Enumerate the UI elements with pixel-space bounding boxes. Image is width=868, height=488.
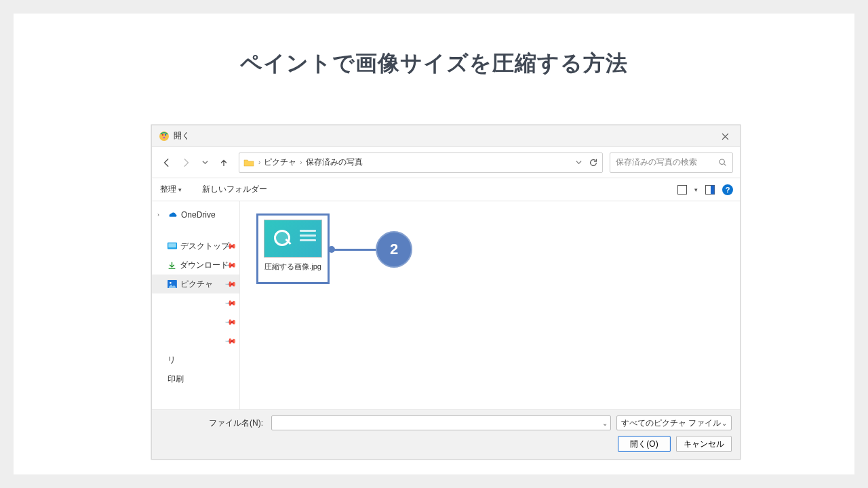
pin-icon: 📌 (224, 296, 237, 309)
svg-rect-7 (711, 185, 715, 194)
chevron-down-icon: ⌄ (722, 420, 727, 427)
open-button[interactable]: 開く(O) (618, 436, 671, 452)
up-button[interactable] (216, 155, 232, 171)
pin-icon: 📌 (224, 334, 237, 347)
view-dropdown-icon[interactable]: ▾ (694, 186, 698, 193)
sidebar-item-label: 印刷 (167, 373, 184, 385)
folder-icon (243, 157, 254, 168)
sidebar-item-label: OneDrive (181, 210, 216, 220)
sidebar-item-label: ピクチャ (180, 279, 213, 290)
sidebar-item-desktop[interactable]: デスクトップ 📌 (152, 237, 239, 256)
file-thumbnail-selected[interactable]: 圧縮する画像.jpg (256, 214, 330, 284)
sidebar-item-blank[interactable]: 📌 (152, 331, 239, 350)
file-pane[interactable]: 圧縮する画像.jpg 2 (240, 201, 740, 409)
filetype-select[interactable]: すべてのピクチャ ファイル ⌄ (616, 415, 732, 430)
back-button[interactable] (159, 155, 175, 171)
sidebar-item-label: リ (167, 354, 176, 366)
help-icon[interactable]: ? (722, 184, 733, 195)
sidebar-item-onedrive[interactable]: › OneDrive (152, 205, 239, 224)
onedrive-icon (167, 211, 178, 219)
sidebar-item-blank[interactable]: 📌 (152, 312, 239, 331)
pin-icon: 📌 (224, 277, 237, 290)
breadcrumb-segment[interactable]: 保存済みの写真 (304, 157, 365, 168)
chevron-right-icon: › (157, 211, 164, 218)
chevron-right-icon: › (298, 159, 303, 166)
file-name-label: 圧縮する画像.jpg (264, 262, 321, 272)
step-badge: 2 (376, 231, 412, 268)
cancel-button[interactable]: キャンセル (676, 436, 732, 452)
svg-rect-5 (678, 185, 687, 194)
new-folder-button[interactable]: 新しいフォルダー (201, 181, 269, 198)
nav-row: › ピクチャ › 保存済みの写真 保存済みの写真の検索 (152, 147, 740, 178)
svg-rect-9 (168, 243, 176, 247)
toolbar: 整理 新しいフォルダー ▾ ? (152, 178, 740, 201)
address-bar[interactable]: › ピクチャ › 保存済みの写真 (239, 152, 603, 173)
preview-pane-icon[interactable] (705, 184, 715, 195)
sidebar-item-extra[interactable]: リ (152, 350, 239, 369)
sidebar-item-extra[interactable]: 印刷 (152, 369, 239, 388)
pin-icon: 📌 (224, 315, 237, 328)
chevron-down-icon[interactable]: ⌄ (602, 420, 608, 427)
search-input[interactable]: 保存済みの写真の検索 (610, 152, 733, 173)
dialog-body: › OneDrive デスクトップ 📌 ダウンロード 📌 (152, 201, 740, 409)
sidebar: › OneDrive デスクトップ 📌 ダウンロード 📌 (152, 201, 240, 409)
svg-point-4 (719, 159, 724, 164)
recent-locations-button[interactable] (197, 155, 213, 171)
callout-connector-line (331, 249, 378, 251)
refresh-button[interactable] (589, 158, 598, 167)
svg-point-3 (163, 136, 165, 138)
dialog-titlebar: 開く (152, 125, 740, 147)
breadcrumb-segment[interactable]: ピクチャ (262, 157, 298, 168)
close-button[interactable] (710, 125, 740, 147)
dialog-footer: ファイル名(N): ⌄ すべてのピクチャ ファイル ⌄ 開く(O) キャンセル (152, 409, 740, 459)
sidebar-item-pictures[interactable]: ピクチャ 📌 (152, 274, 239, 293)
filetype-value: すべてのピクチャ ファイル (621, 418, 721, 429)
chevron-down-icon[interactable] (576, 159, 582, 165)
sidebar-item-downloads[interactable]: ダウンロード 📌 (152, 256, 239, 274)
tutorial-canvas: ペイントで画像サイズを圧縮する方法 開く (14, 14, 854, 474)
dialog-title: 開く (174, 130, 190, 142)
download-icon (167, 261, 176, 270)
sidebar-item-label: デスクトップ (180, 241, 229, 252)
svg-point-2 (165, 134, 166, 135)
view-large-icon[interactable] (677, 184, 688, 195)
search-placeholder: 保存済みの写真の検索 (616, 157, 697, 168)
forward-button[interactable] (178, 155, 194, 171)
filename-label: ファイル名(N): (179, 418, 266, 429)
thumbnail-image (264, 220, 322, 258)
sidebar-item-label: ダウンロード (180, 260, 229, 271)
organize-menu[interactable]: 整理 (159, 181, 183, 198)
svg-point-1 (162, 134, 163, 135)
desktop-icon (167, 242, 177, 250)
svg-point-11 (170, 282, 172, 284)
open-file-dialog: 開く › ピクチャ (151, 125, 741, 460)
pictures-icon (167, 280, 177, 288)
paint-icon (159, 131, 170, 142)
filename-input[interactable]: ⌄ (271, 415, 611, 430)
page-title: ペイントで画像サイズを圧縮する方法 (14, 14, 854, 79)
search-icon (718, 158, 727, 167)
sidebar-item-blank[interactable]: 📌 (152, 293, 239, 312)
chevron-right-icon: › (257, 159, 262, 166)
